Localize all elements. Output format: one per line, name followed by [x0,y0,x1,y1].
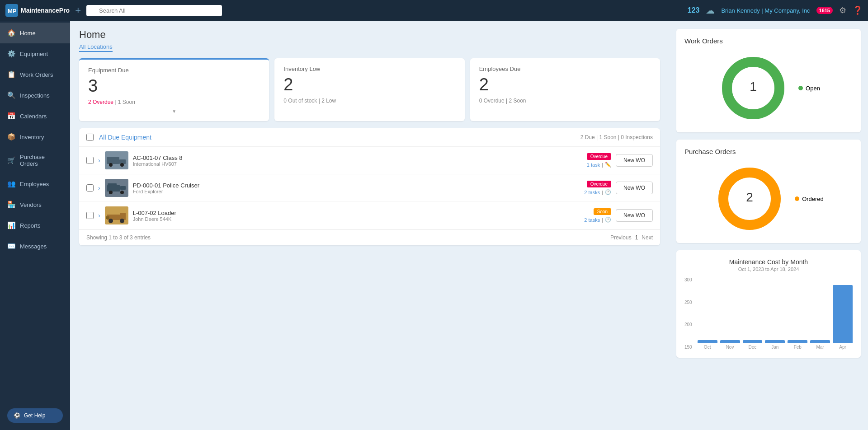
equipment-image-2 [105,179,128,197]
task-icon-1: ✏️ [605,162,611,168]
page-title: Home [79,29,660,41]
next-page[interactable]: Next [642,234,653,241]
equipment-name-2: PD-000-01 Police Cruiser [133,182,571,189]
maintenance-cost-subtitle: Oct 1, 2023 to Apr 18, 2024 [684,266,853,272]
sidebar-label-inventory: Inventory [20,134,44,140]
status-badge-3: Soon [594,208,611,215]
expand-equipment[interactable]: ▼ [88,109,260,114]
user-label[interactable]: Brian Kennedy | My Company, Inc [721,7,810,14]
stat-card-inventory: Inventory Low 2 0 Out of stock | 2 Low [274,58,464,121]
sidebar-item-home[interactable]: 🏠 Home [0,23,70,43]
legend-dot-ordered [795,196,799,201]
select-all-checkbox[interactable] [86,134,94,141]
sidebar-item-reports[interactable]: 📊 Reports [0,215,70,236]
svg-rect-9 [108,183,117,187]
location-filter[interactable]: All Locations [79,43,113,52]
reports-icon: 📊 [7,221,15,229]
equipment-table-title[interactable]: All Due Equipment [99,134,575,141]
overdue-employees: 0 Overdue [479,98,505,104]
row-chevron-3[interactable]: › [98,212,100,219]
sidebar-label-equipment: Equipment [20,51,48,57]
work-orders-icon: 📋 [7,70,15,79]
equipment-model-3: John Deere 544K [133,216,571,222]
home-icon: 🏠 [7,29,15,37]
help-icon[interactable]: ❓ [853,5,863,15]
sidebar-label-home: Home [20,30,36,37]
sidebar-label-messages: Messages [20,243,47,250]
task-icon-2: 🕐 [605,189,611,195]
work-orders-title: Work Orders [684,37,853,45]
work-orders-card: Work Orders 1 Open [676,29,861,132]
maintenance-cost-title: Maintenance Cost by Month [684,258,853,266]
task-icon-3: 🕐 [605,217,611,223]
row-checkbox-1[interactable] [86,157,94,164]
sidebar-item-work-orders[interactable]: 📋 Work Orders [0,64,70,85]
x-label-mar: Mar [810,345,830,350]
row-chevron-2[interactable]: › [98,184,100,192]
sidebar-item-calendars[interactable]: 📅 Calendars [0,106,70,126]
bar-area-wrap: Oct Nov Dec Jan Feb Mar Apr [698,285,853,350]
svg-text:MP: MP [8,8,17,14]
cloud-icon[interactable]: ☁ [706,5,715,16]
center-panel: Home All Locations Equipment Due 3 2 Ove… [70,21,669,430]
equipment-info-3: L-007-02 Loader John Deere 544K [133,210,571,222]
x-axis: Oct Nov Dec Jan Feb Mar Apr [698,343,853,350]
new-wo-button-3[interactable]: New WO [616,209,653,222]
equipment-status-3: Soon 2 tasks | 🕐 [575,208,611,223]
notification-count: 123 [688,6,700,14]
row-checkbox-2[interactable] [86,184,94,192]
bar-chart-container: 300 250 200 150 [684,277,853,350]
calendars-icon: 📅 [7,112,15,120]
sidebar-item-messages[interactable]: ✉️ Messages [0,236,70,257]
x-label-feb: Feb [788,345,807,350]
x-label-nov: Nov [720,345,740,350]
status-badge-2: Overdue [587,181,611,187]
sidebar-item-equipment[interactable]: ⚙️ Equipment [0,43,70,64]
x-label-apr: Apr [833,345,853,350]
table-row: › AC-001-07 Class 8 International HV607 … [79,147,660,174]
employees-icon: 👥 [7,180,15,188]
row-chevron-1[interactable]: › [98,157,100,164]
sidebar-label-inspections: Inspections [20,92,50,99]
app-name: MaintenancePro [21,7,70,14]
legend-dot-open [798,86,803,90]
get-help-button[interactable]: ⚽ Get Help [7,408,63,423]
sidebar-item-inspections[interactable]: 🔍 Inspections [0,85,70,106]
new-wo-button-1[interactable]: New WO [616,154,653,167]
stat-value-employees: 2 [479,76,651,93]
sidebar-item-employees[interactable]: 👥 Employees [0,173,70,194]
sidebar: 🏠 Home ⚙️ Equipment 📋 Work Orders 🔍 Insp… [0,21,70,430]
stat-value-equipment: 3 [88,77,260,94]
equipment-info-1: AC-001-07 Class 8 International HV607 [133,154,571,167]
sidebar-item-purchase-orders[interactable]: 🛒 Purchase Orders [0,147,70,173]
soon-inventory: 2 Low [321,98,336,104]
get-help-label: Get Help [24,412,45,419]
add-button[interactable]: + [75,5,81,16]
sidebar-item-inventory[interactable]: 📦 Inventory [0,126,70,147]
equipment-status-2: Overdue 2 tasks | 🕐 [575,181,611,195]
purchase-orders-legend: Ordered [795,196,824,202]
row-checkbox-3[interactable] [86,212,94,219]
pagination-info: Showing 1 to 3 of 3 entries [86,234,151,241]
prev-page[interactable]: Previous [610,234,632,241]
equipment-footer: Showing 1 to 3 of 3 entries Previous 1 N… [79,229,660,245]
work-orders-legend: Open [798,85,820,92]
equipment-tasks-2: 2 tasks | 🕐 [584,189,611,195]
svg-point-5 [109,163,113,167]
equipment-name-3: L-007-02 Loader [133,210,571,216]
search-input[interactable] [86,5,222,16]
sidebar-item-vendors[interactable]: 🏪 Vendors [0,194,70,215]
stat-sub-inventory: 0 Out of stock | 2 Low [283,98,455,104]
stat-label-equipment: Equipment Due [88,67,260,74]
sidebar-label-employees: Employees [20,181,49,187]
sidebar-bottom: ⚽ Get Help [0,401,70,430]
inventory-icon: 📦 [7,133,15,141]
sidebar-label-work-orders: Work Orders [20,71,53,78]
new-wo-button-2[interactable]: New WO [616,182,653,194]
equipment-status-1: Overdue 1 task | ✏️ [575,153,611,168]
stat-sub-employees: 0 Overdue | 2 Soon [479,98,651,104]
legend-item-open: Open [798,85,820,92]
svg-point-18 [120,219,124,223]
current-page[interactable]: 1 [635,234,638,241]
settings-icon[interactable]: ⚙ [839,5,846,15]
